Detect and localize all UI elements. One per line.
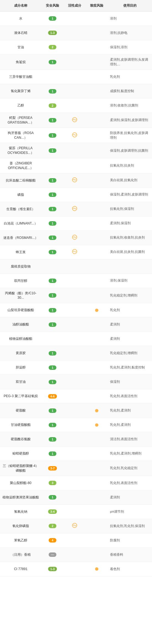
safety-badge-cell: 1: [41, 221, 64, 226]
purpose-cell: 保湿剂,柔润剂,皮肤调理剂: [108, 191, 152, 198]
active-ingredient-cell: [64, 540, 86, 541]
acne-risk-cell: [86, 252, 108, 253]
acne-dot: [95, 423, 98, 427]
safety-badge-cell: 1: [41, 437, 64, 442]
table-row: 双甘油1保湿剂: [0, 375, 152, 389]
header-name: 成分名称: [0, 2, 41, 9]
active-ingredient-cell: [64, 511, 86, 512]
active-ingredient-cell: [64, 280, 86, 281]
active-ingredient-cell: [64, 194, 86, 195]
svg-point-1: [73, 119, 74, 120]
safety-badge-cell: 1: [41, 89, 64, 94]
acne-risk-cell: [86, 135, 108, 136]
table-row: 生育酚（维生素E）1 抗氧化剂,保湿剂: [0, 202, 152, 217]
svg-point-20: [75, 525, 76, 526]
active-ingredient-cell: [64, 554, 86, 555]
ingredient-name: 液体石蜡: [0, 30, 41, 36]
active-ingredient-cell: [64, 381, 86, 383]
active-icon: [72, 177, 77, 184]
active-ingredient-cell: [64, 453, 86, 454]
safety-badge: 2: [49, 103, 56, 108]
purpose-cell: 柔润剂: [108, 321, 152, 328]
purpose-cell: 保湿剂,溶剂: [108, 44, 152, 51]
purpose-cell: 乳化剂,乳化稳定剂: [108, 465, 152, 472]
ingredient-name: 迷迭香（ROSMARI...）: [0, 234, 41, 241]
active-icon: [72, 234, 77, 241]
ingredient-name: 植物甾醇油酸酯: [0, 335, 41, 342]
safety-badge-cell: 1: [41, 235, 64, 241]
active-ingredient-cell: [64, 76, 86, 78]
purpose-cell: 乳化稳定剂,增稠剂: [108, 350, 152, 357]
purpose-cell: 柔润剂,保湿剂,皮肤调理剂: [108, 117, 152, 124]
table-row: 硬脂酰谷氨酸1清洁剂,表面活性剂: [0, 432, 152, 447]
acne-risk-cell: [86, 497, 108, 498]
purpose-cell: 清洁剂,表面活性剂: [108, 436, 152, 443]
safety-badge-cell: 1-3: [41, 30, 64, 36]
acne-dot: [95, 309, 98, 312]
purpose-cell: 乳化剂,柔润剂,黏度控制: [108, 364, 152, 371]
purpose-cell: 防脱养发,抗氧化剂,皮肤调理剂: [108, 130, 152, 141]
svg-point-2: [75, 119, 76, 120]
active-ingredient-cell: [64, 424, 86, 426]
table-row: 硬脂酸1乳化剂,柔润剂: [0, 403, 152, 418]
purpose-cell: 乳化剂: [108, 73, 152, 80]
purpose-cell: 着色剂: [108, 566, 152, 573]
acne-risk-cell: [86, 194, 108, 195]
active-ingredient-cell: [64, 568, 86, 570]
safety-badge: 1: [49, 250, 56, 254]
safety-badge-cell: 1: [41, 206, 64, 212]
acne-risk-cell: [86, 308, 108, 312]
ingredient-name: 蜂王浆: [0, 249, 41, 256]
safety-badge-cell: 4: [41, 538, 64, 543]
purpose-cell: 抗氧化剂,保湿剂: [108, 205, 152, 212]
acne-risk-cell: [86, 338, 108, 340]
ingredient-name: 水: [0, 15, 41, 22]
purpose-cell: 乳化剂,表面活性剂: [108, 480, 152, 487]
safety-badge-cell: 3-7: [41, 466, 64, 471]
active-ingredient-cell: [64, 32, 86, 33]
purpose-cell: [108, 265, 152, 268]
purpose-cell: 美白祛斑,抗氧化剂: [108, 177, 152, 184]
svg-point-5: [75, 134, 76, 135]
ingredient-name: 甘油: [0, 44, 41, 51]
safety-badge: 3-7: [48, 466, 57, 471]
safety-badge-cell: 1: [41, 16, 64, 21]
active-ingredient-cell: [64, 132, 86, 140]
safety-badge: 1: [49, 293, 56, 298]
acne-risk-cell: [86, 567, 108, 571]
active-ingredient-cell: [64, 18, 86, 19]
acne-dot: [95, 409, 98, 412]
safety-badge: 1: [49, 380, 56, 384]
table-row: 鲸蜡硬脂醇1乳化剂,柔润剂,增稠剂: [0, 447, 152, 461]
safety-badge: 1: [49, 279, 56, 283]
table-row: 山梨坦异硬脂酸酯1乳化剂: [0, 303, 152, 317]
acne-risk-cell: [86, 237, 108, 238]
active-ingredient-cell: [64, 324, 86, 325]
acne-dot: [95, 567, 98, 571]
acne-risk-cell: [86, 150, 108, 151]
safety-badge: 1: [49, 236, 56, 240]
table-row: 腐殖质提取物: [0, 260, 152, 274]
purpose-cell: 防腐剂: [108, 537, 152, 544]
active-ingredient-cell: [64, 497, 86, 498]
active-ingredient-cell: [64, 396, 86, 397]
safety-badge: 1: [49, 16, 56, 21]
table-row: 水1溶剂: [0, 12, 152, 26]
purpose-cell: 美白祛斑,抗炎剂,抗菌剂: [108, 248, 152, 255]
active-ingredient-cell: [64, 205, 86, 213]
purpose-cell: pH调节剂: [108, 508, 152, 515]
ingredient-name: 山梨坦异硬脂酸酯: [0, 307, 41, 314]
active-ingredient-cell: [64, 522, 86, 530]
safety-badge-cell: 1: [41, 451, 64, 456]
table-row: 角鲨烷1柔润剂,皮肤调理剂,头发调理剂,...: [0, 55, 152, 70]
header-acne: 致痘风险: [86, 2, 108, 9]
acne-risk-cell: [86, 76, 108, 78]
ingredient-name: 氢化聚异丁烯: [0, 88, 41, 95]
acne-risk-cell: [86, 209, 108, 210]
header-active: 活性成分: [64, 2, 86, 9]
table-row: 液体石蜡1-3溶剂,抗静电: [0, 26, 152, 40]
active-ingredient-cell: [64, 234, 86, 242]
active-icon: [72, 117, 77, 124]
active-ingredient-cell: [64, 367, 86, 368]
ingredient-name: 氧化卵磷脂: [0, 523, 41, 530]
